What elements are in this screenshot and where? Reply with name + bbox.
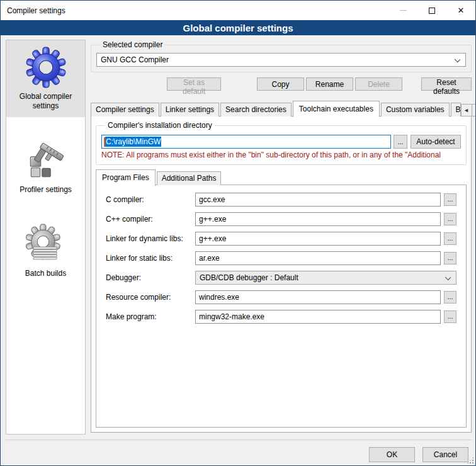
- cancel-button[interactable]: Cancel: [422, 447, 468, 462]
- page-header: Global compiler settings: [1, 20, 475, 35]
- compiler-actions: Set as default Copy Rename Delete Reset …: [91, 77, 472, 91]
- cpp-compiler-label: C++ compiler:: [106, 215, 195, 224]
- resource-compiler-row: Resource compiler: ...: [106, 290, 456, 304]
- maximize-button[interactable]: [417, 1, 446, 20]
- dynamic-linker-input[interactable]: [195, 232, 441, 246]
- installation-directory-value: C:\raylib\MinGW: [105, 137, 161, 147]
- sidebar-item-label: Profiler settings: [20, 185, 72, 195]
- tab-scroll-right-icon[interactable]: ►: [472, 105, 476, 116]
- tab-compiler-settings[interactable]: Compiler settings: [91, 103, 159, 116]
- c-compiler-input[interactable]: [195, 193, 441, 207]
- resource-compiler-label: Resource compiler:: [106, 293, 195, 302]
- minimize-icon: [400, 10, 407, 11]
- delete-button[interactable]: Delete: [355, 77, 402, 91]
- installation-directory-input[interactable]: C:\raylib\MinGW: [101, 135, 391, 149]
- dynamic-linker-label: Linker for dynamic libs:: [106, 234, 195, 243]
- subtab-program-files[interactable]: Program Files: [96, 169, 156, 186]
- static-linker-input[interactable]: [195, 251, 441, 265]
- set-as-default-button[interactable]: Set as default: [167, 77, 221, 91]
- tab-scroll-left-icon[interactable]: ◄: [462, 105, 472, 116]
- static-linker-row: Linker for static libs: ...: [106, 251, 456, 265]
- static-linker-label: Linker for static libs:: [106, 254, 195, 263]
- selected-compiler-legend: Selected compiler: [100, 40, 165, 49]
- debugger-row: Debugger: GDB/CDB debugger : Default: [106, 271, 456, 285]
- dynamic-linker-row: Linker for dynamic libs: ...: [106, 232, 456, 246]
- minimize-button[interactable]: [388, 1, 417, 20]
- main-panel: Selected compiler GNU GCC Compiler Set a…: [91, 37, 472, 433]
- sidebar-item-label: Global compiler settings: [9, 92, 82, 111]
- auto-detect-button[interactable]: Auto-detect: [411, 135, 461, 149]
- window-title: Compiler settings: [7, 6, 65, 15]
- installation-directory-group: Compiler's installation directory C:\ray…: [96, 121, 467, 165]
- close-button[interactable]: ✕: [446, 1, 475, 20]
- debugger-label: Debugger:: [106, 273, 195, 282]
- make-program-row: Make program: ...: [106, 310, 456, 324]
- dynamic-linker-browse-button[interactable]: ...: [444, 232, 456, 245]
- program-files-page: C compiler: ... C++ compiler: ... Linker…: [96, 185, 467, 428]
- browse-directory-button[interactable]: ...: [394, 135, 407, 149]
- close-icon: ✕: [458, 6, 465, 14]
- c-compiler-browse-button[interactable]: ...: [444, 193, 456, 206]
- window-controls: ✕: [388, 1, 475, 20]
- program-subtabs: Program Files Additional Paths: [96, 171, 467, 185]
- installation-directory-legend: Compiler's installation directory: [105, 121, 215, 130]
- cpp-compiler-input[interactable]: [195, 212, 441, 226]
- titlebar[interactable]: Compiler settings ✕: [1, 1, 475, 20]
- cpp-compiler-browse-button[interactable]: ...: [444, 213, 456, 225]
- selected-compiler-group: Selected compiler GNU GCC Compiler: [91, 40, 472, 72]
- resource-compiler-input[interactable]: [195, 290, 441, 304]
- compiler-tabs: Compiler settings Linker settings Search…: [91, 101, 472, 116]
- cpp-compiler-row: C++ compiler: ...: [106, 212, 456, 226]
- tab-linker-settings[interactable]: Linker settings: [161, 103, 219, 116]
- sidebar-item-batch-builds[interactable]: Batch builds: [6, 217, 85, 285]
- tab-build-options[interactable]: Build options: [451, 103, 461, 116]
- copy-button[interactable]: Copy: [257, 77, 304, 91]
- compiler-select-value: GNU GCC Compiler: [101, 55, 169, 64]
- chevron-down-icon: [455, 57, 460, 62]
- c-compiler-row: C compiler: ...: [106, 193, 456, 207]
- c-compiler-label: C compiler:: [106, 195, 195, 204]
- blue-gear-icon: [25, 47, 67, 88]
- tab-toolchain-executables[interactable]: Toolchain executables: [293, 101, 380, 117]
- compiler-select[interactable]: GNU GCC Compiler: [96, 53, 466, 67]
- debugger-select-value: GDB/CDB debugger : Default: [200, 273, 298, 282]
- ok-button[interactable]: OK: [369, 447, 415, 462]
- chevron-down-icon: [445, 275, 451, 280]
- sidebar-item-profiler-settings[interactable]: Profiler settings: [6, 134, 85, 201]
- tab-custom-variables[interactable]: Custom variables: [381, 103, 450, 116]
- toolchain-executables-page: Compiler's installation directory C:\ray…: [91, 116, 472, 433]
- sidebar-item-label: Batch builds: [25, 269, 66, 278]
- resource-compiler-browse-button[interactable]: ...: [444, 291, 456, 304]
- sidebar-item-global-compiler-settings[interactable]: Global compiler settings: [6, 40, 85, 117]
- tab-scroll-buttons: ◄ ►: [461, 104, 476, 116]
- caliper-icon: [25, 140, 67, 181]
- compiler-settings-dialog: Compiler settings ✕ Global compiler sett…: [0, 0, 476, 466]
- gray-gear-stack-icon: [25, 224, 67, 265]
- static-linker-browse-button[interactable]: ...: [444, 252, 456, 264]
- reset-defaults-button[interactable]: Reset defaults: [421, 77, 472, 91]
- make-program-browse-button[interactable]: ...: [444, 310, 456, 323]
- make-program-input[interactable]: [195, 310, 441, 324]
- dialog-buttons: OK Cancel: [369, 447, 468, 462]
- make-program-label: Make program:: [106, 312, 195, 321]
- page-title: Global compiler settings: [183, 23, 293, 33]
- maximize-icon: [429, 8, 435, 14]
- debugger-select[interactable]: GDB/CDB debugger : Default: [195, 271, 456, 285]
- installation-note: NOTE: All programs must exist either in …: [101, 151, 461, 159]
- settings-category-list: Global compiler settings: [6, 40, 86, 435]
- rename-button[interactable]: Rename: [306, 77, 353, 91]
- footer-divider: [6, 440, 472, 440]
- subtab-additional-paths[interactable]: Additional Paths: [157, 171, 222, 185]
- tab-search-directories[interactable]: Search directories: [220, 103, 292, 116]
